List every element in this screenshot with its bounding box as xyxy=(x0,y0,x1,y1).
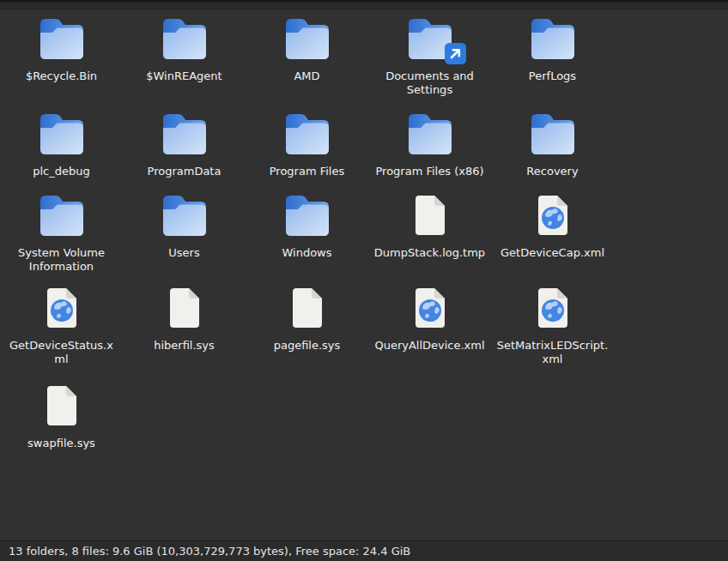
file-item-pagefile-sys[interactable]: pagefile.sys xyxy=(246,279,368,353)
file-label: ProgramData xyxy=(148,165,221,178)
file-item-hiberfil-sys[interactable]: hiberfil.sys xyxy=(123,279,246,353)
file-label: Documents and Settings xyxy=(385,69,474,97)
xml-document-icon xyxy=(39,286,84,330)
file-item-program-files-x86[interactable]: Program Files (x86) xyxy=(368,105,491,178)
file-label: pagefile.sys xyxy=(274,339,341,353)
file-item-winreagent[interactable]: $WinREAgent xyxy=(123,9,246,83)
file-manager-window: $Recycle.Bin$WinREAgentAMDDocuments and … xyxy=(0,0,728,561)
window-top-edge xyxy=(0,0,728,9)
file-item-windows[interactable]: Windows xyxy=(246,186,368,260)
file-label: $WinREAgent xyxy=(146,69,221,83)
file-label: PerfLogs xyxy=(529,69,576,83)
file-item-users[interactable]: Users xyxy=(123,186,246,260)
file-label: GetDeviceStatus.x ml xyxy=(9,339,113,366)
file-icon-view[interactable]: $Recycle.Bin$WinREAgentAMDDocuments and … xyxy=(0,9,728,540)
file-item-setmatrixledscript-xml[interactable]: SetMatrixLEDScript. xml xyxy=(491,279,614,366)
file-item-dumpstack-log-tmp[interactable]: DumpStack.log.tmp xyxy=(368,186,491,260)
document-icon xyxy=(408,193,452,238)
status-bar: 13 folders, 8 files: 9.6 GiB (10,303,729… xyxy=(0,540,728,561)
file-item-programdata[interactable]: ProgramData xyxy=(123,105,246,178)
file-label: DumpStack.log.tmp xyxy=(374,246,485,260)
file-item-documents-and-settings[interactable]: Documents and Settings xyxy=(368,9,491,97)
file-label: QueryAllDevice.xml xyxy=(374,339,484,353)
icon-row: plc_debugProgramDataProgram FilesProgram… xyxy=(0,105,728,186)
file-item-queryalldevice-xml[interactable]: QueryAllDevice.xml xyxy=(368,279,491,353)
file-item-program-files[interactable]: Program Files xyxy=(246,105,368,178)
file-item-swapfile-sys[interactable]: swapfile.sys xyxy=(0,377,123,450)
folder-icon xyxy=(162,16,207,61)
file-label: Users xyxy=(168,246,199,260)
file-label: SetMatrixLEDScript. xml xyxy=(497,339,609,366)
file-label: hiberfil.sys xyxy=(154,339,215,353)
folder-icon xyxy=(408,16,452,61)
folder-icon xyxy=(39,112,84,156)
file-label: $Recycle.Bin xyxy=(26,69,97,83)
status-text: 13 folders, 8 files: 9.6 GiB (10,303,729… xyxy=(9,545,410,558)
folder-icon xyxy=(285,16,330,61)
file-label: Recovery xyxy=(526,165,578,178)
folder-icon xyxy=(285,112,330,156)
icon-row: swapfile.sys xyxy=(0,377,728,478)
folder-icon xyxy=(39,16,84,61)
file-item-perflogs[interactable]: PerfLogs xyxy=(491,9,614,83)
file-label: AMD xyxy=(294,69,319,83)
shortcut-arrow-icon xyxy=(444,42,467,65)
xml-document-icon xyxy=(531,286,575,330)
file-label: Program Files (x86) xyxy=(375,165,483,178)
xml-document-icon xyxy=(408,286,452,330)
folder-icon xyxy=(408,112,452,156)
file-label: Program Files xyxy=(270,165,345,178)
folder-icon xyxy=(39,193,84,238)
folder-icon xyxy=(531,16,575,61)
icon-row: System Volume InformationUsersWindowsDum… xyxy=(0,186,728,279)
xml-document-icon xyxy=(531,193,575,238)
file-item-recovery[interactable]: Recovery xyxy=(491,105,614,178)
file-item-getdevicecap-xml[interactable]: GetDeviceCap.xml xyxy=(491,186,614,260)
folder-icon xyxy=(162,193,207,238)
file-label: System Volume Information xyxy=(18,246,105,274)
folder-icon xyxy=(531,112,575,156)
file-item-plc-debug[interactable]: plc_debug xyxy=(0,105,123,178)
document-icon xyxy=(39,383,84,428)
file-item-system-volume-information[interactable]: System Volume Information xyxy=(0,186,123,274)
folder-icon xyxy=(162,112,207,156)
icon-row: GetDeviceStatus.x mlhiberfil.syspagefile… xyxy=(0,279,728,377)
file-item-getdevicestatus-xml[interactable]: GetDeviceStatus.x ml xyxy=(0,279,123,366)
file-item-recycle-bin[interactable]: $Recycle.Bin xyxy=(0,9,123,83)
icon-row: $Recycle.Bin$WinREAgentAMDDocuments and … xyxy=(0,9,728,105)
folder-icon xyxy=(285,193,330,238)
file-label: swapfile.sys xyxy=(27,437,95,450)
file-label: plc_debug xyxy=(33,165,90,178)
file-item-amd[interactable]: AMD xyxy=(246,9,368,83)
document-icon xyxy=(162,286,207,330)
document-icon xyxy=(285,286,330,330)
file-label: Windows xyxy=(282,246,331,260)
file-label: GetDeviceCap.xml xyxy=(500,246,604,260)
